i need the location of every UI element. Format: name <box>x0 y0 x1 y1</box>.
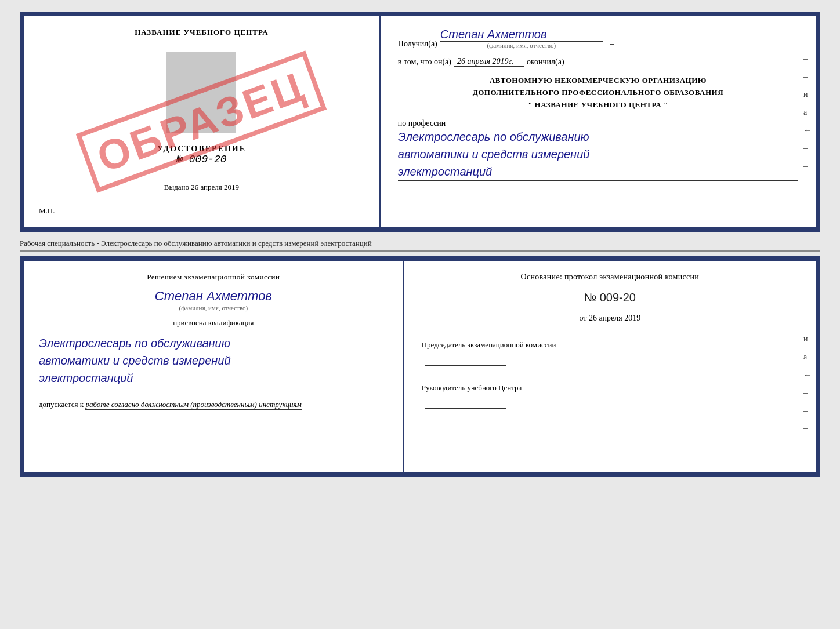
bottom-name-subtitle: (фамилия, имя, отчество) <box>179 304 248 311</box>
date-line: в том, что он(а) 26 апреля 2019г. окончи… <box>398 57 798 67</box>
qual-line1: Электрослесарь по обслуживанию <box>39 337 230 350</box>
profession-name: Электрослесарь по обслуживанию автоматик… <box>398 128 798 181</box>
received-line: Получил(а) Степан Ахметтов (фамилия, имя… <box>398 28 798 49</box>
chairman-label: Председатель экзаменационной комиссии <box>422 338 798 351</box>
protocol-number: № 009-20 <box>422 291 798 304</box>
qual-line3: электростанций <box>39 372 133 384</box>
date-value: 26 апреля 2019г. <box>454 57 524 67</box>
bottom-right-side-deco: ––иа←––– <box>799 261 816 472</box>
basis-text: Основание: протокол экзаменационной коми… <box>422 272 798 282</box>
admitted-content: работе согласно должностным (производств… <box>85 400 301 410</box>
issued-line: Выдано 26 апреля 2019 <box>164 183 239 192</box>
bottom-person-block: Степан Ахметтов (фамилия, имя, отчество) <box>39 289 388 311</box>
mp-line: М.П. <box>39 206 364 216</box>
dash-after-name: – <box>610 39 614 49</box>
org-line3: " НАЗВАНИЕ УЧЕБНОГО ЦЕНТРА " <box>398 99 798 111</box>
bottom-left: Решением экзаменационной комиссии Степан… <box>24 261 404 472</box>
top-right-side-deco: ––иа←––– <box>799 16 816 227</box>
certificate-top: НАЗВАНИЕ УЧЕБНОГО ЦЕНТРА УДОСТОВЕРЕНИЕ №… <box>20 12 820 232</box>
date-prefix-bottom: от <box>580 314 587 322</box>
assigned-text: присвоена квалификация <box>39 318 388 328</box>
received-label: Получил(а) <box>398 39 437 49</box>
admitted-prefix: допускается к <box>39 400 84 409</box>
certificate-bottom: Решением экзаменационной комиссии Степан… <box>20 256 820 477</box>
cert-label: УДОСТОВЕРЕНИЕ <box>157 144 246 154</box>
profession-block: по профессии Электрослесарь по обслужива… <box>398 119 798 181</box>
document-container: НАЗВАНИЕ УЧЕБНОГО ЦЕНТРА УДОСТОВЕРЕНИЕ №… <box>20 12 820 477</box>
org-line2: ДОПОЛНИТЕЛЬНОГО ПРОФЕССИОНАЛЬНОГО ОБРАЗО… <box>398 87 798 99</box>
head-label: Руководитель учебного Центра <box>422 381 798 394</box>
date-prefix: в том, что он(а) <box>398 57 451 67</box>
top-center-title: НАЗВАНИЕ УЧЕБНОГО ЦЕНТРА <box>135 28 269 37</box>
cert-right: Получил(а) Степан Ахметтов (фамилия, имя… <box>381 16 816 227</box>
bottom-right: Основание: протокол экзаменационной коми… <box>404 261 816 472</box>
head-block: Руководитель учебного Центра <box>422 381 798 409</box>
issued-label: Выдано <box>164 183 189 191</box>
profession-line1: Электрослесарь по обслуживанию <box>398 130 589 143</box>
qual-line2: автоматики и средств измерений <box>39 354 231 367</box>
name-subtitle-top: (фамилия, имя, отчество) <box>440 42 603 49</box>
cert-left: НАЗВАНИЕ УЧЕБНОГО ЦЕНТРА УДОСТОВЕРЕНИЕ №… <box>24 16 381 227</box>
chairman-signature <box>422 351 798 365</box>
profession-label: по профессии <box>398 119 798 128</box>
bottom-signature-line <box>39 420 318 420</box>
date-value-bottom: 26 апреля 2019 <box>589 314 640 322</box>
qualification-text: Электрослесарь по обслуживанию автоматик… <box>39 335 388 387</box>
cert-number: № 009-20 <box>157 154 246 165</box>
issued-date: 26 апреля 2019 <box>191 183 239 191</box>
cert-number-section: УДОСТОВЕРЕНИЕ № 009-20 <box>157 144 246 165</box>
caption-content: Рабочая специальность - Электрослесарь п… <box>20 239 372 248</box>
date-suffix: окончил(а) <box>527 57 564 67</box>
head-signature <box>422 394 798 408</box>
profession-line3: электростанций <box>398 165 492 178</box>
admitted-text: допускается к работе согласно должностны… <box>39 400 388 410</box>
bottom-person-name: Степан Ахметтов <box>155 289 272 304</box>
protocol-date: от 26 апреля 2019 <box>422 314 798 323</box>
received-name: Степан Ахметтов <box>440 28 603 42</box>
org-block: АВТОНОМНУЮ НЕКОММЕРЧЕСКУЮ ОРГАНИЗАЦИЮ ДО… <box>398 75 798 111</box>
profession-line2: автоматики и средств измерений <box>398 148 590 161</box>
caption-text: Рабочая специальность - Электрослесарь п… <box>20 237 820 252</box>
chairman-block: Председатель экзаменационной комиссии <box>422 338 798 366</box>
org-line1: АВТОНОМНУЮ НЕКОММЕРЧЕСКУЮ ОРГАНИЗАЦИЮ <box>398 75 798 87</box>
photo-placeholder <box>166 52 236 133</box>
decision-text: Решением экзаменационной комиссии <box>39 272 388 282</box>
